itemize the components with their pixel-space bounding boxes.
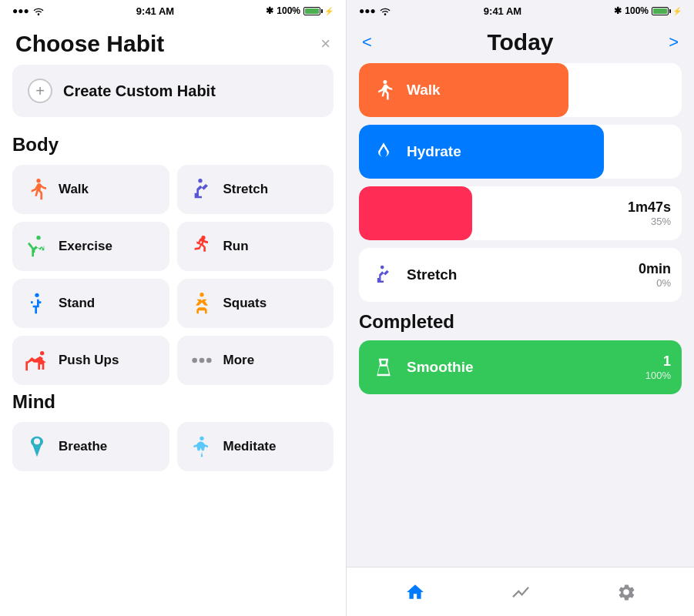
stand-icon: [23, 290, 51, 317]
habit-card-squats[interactable]: Squats: [177, 279, 334, 328]
hydrate-value: 50oz: [640, 138, 671, 154]
left-status-signal: ●●●: [12, 5, 45, 16]
walk-value: 5,860: [636, 76, 671, 92]
prev-day-button[interactable]: <: [362, 32, 372, 52]
walk-bar-stats: 5,860 65%: [636, 76, 671, 104]
hydrate-pct: 76%: [640, 154, 671, 166]
habit-card-breathe[interactable]: Breathe: [12, 422, 169, 471]
left-status-time: 9:41 AM: [136, 5, 174, 17]
walk-bar-content: Walk 5,860 65%: [359, 76, 682, 104]
today-habit-relax[interactable]: Relax 1m47s 35%: [359, 186, 682, 240]
body-section-title: Body: [12, 134, 334, 156]
right-status-battery: ✱ 100% ⚡: [614, 5, 682, 16]
breathe-label: Breathe: [59, 439, 107, 454]
stretch-bar-name: Stretch: [407, 266, 629, 283]
run-icon: [188, 233, 216, 260]
hydrate-bar-content: Hydrate 50oz 76%: [359, 138, 682, 166]
habit-card-more[interactable]: More: [177, 336, 334, 385]
right-status-bar: ●●● 9:41 AM ✱ 100% ⚡: [347, 0, 694, 22]
smoothie-stats: 1 100%: [645, 353, 671, 381]
smoothie-name: Smoothie: [407, 359, 636, 376]
habit-card-stand[interactable]: Stand: [12, 279, 169, 328]
left-header: Choose Habit ×: [0, 22, 346, 65]
pushups-icon: [23, 346, 51, 374]
stretch-icon: [188, 176, 216, 203]
bluetooth-icon: ✱: [266, 5, 273, 16]
habit-card-meditate[interactable]: Meditate: [177, 422, 334, 471]
habit-card-run[interactable]: Run: [177, 222, 334, 271]
right-title: Today: [487, 29, 553, 55]
meditate-label: Meditate: [223, 439, 277, 454]
today-habit-walk[interactable]: Walk 5,860 65%: [359, 63, 682, 117]
today-habit-stretch[interactable]: Stretch 0min 0%: [359, 248, 682, 302]
breathe-icon: [23, 433, 51, 460]
left-status-battery: ✱ 100% ⚡: [266, 5, 334, 16]
relax-bar-name: Relax: [407, 205, 619, 222]
settings-icon: [616, 582, 636, 602]
create-custom-label: Create Custom Habit: [63, 82, 216, 100]
stretch-bar-stats: 0min 0%: [639, 261, 671, 289]
right-content: Walk 5,860 65% Hydrate 50oz 76%: [347, 63, 694, 567]
right-panel: ●●● 9:41 AM ✱ 100% ⚡ < Today >: [347, 0, 694, 616]
mind-habit-grid: Breathe Meditate: [12, 422, 334, 471]
meditate-icon: [188, 433, 216, 460]
relax-pct: 35%: [628, 216, 671, 227]
svg-point-4: [199, 358, 204, 363]
left-panel: ●●● 9:41 AM ✱ 100% ⚡ Choose Habit × +: [0, 0, 347, 616]
stand-label: Stand: [59, 296, 95, 311]
close-button[interactable]: ×: [320, 34, 330, 54]
trends-icon: [511, 582, 531, 602]
run-label: Run: [223, 239, 249, 254]
relax-bar-stats: 1m47s 35%: [628, 199, 671, 227]
nav-settings[interactable]: [616, 582, 636, 602]
wifi-icon: [32, 6, 45, 15]
create-custom-icon: +: [28, 79, 52, 103]
walk-icon: [23, 176, 51, 203]
right-status-signal: ●●●: [359, 5, 391, 16]
left-content: + Create Custom Habit Body Walk Stretch: [0, 65, 346, 616]
battery-icon-left: ⚡: [303, 7, 334, 15]
today-habit-hydrate[interactable]: Hydrate 50oz 76%: [359, 125, 682, 179]
nav-home[interactable]: [405, 582, 425, 602]
habit-card-walk[interactable]: Walk: [12, 165, 169, 214]
completed-title: Completed: [359, 311, 682, 333]
more-label: More: [223, 353, 255, 368]
relax-value: 1m47s: [628, 199, 671, 216]
create-custom-habit-button[interactable]: + Create Custom Habit: [12, 65, 334, 117]
habit-card-stretch[interactable]: Stretch: [177, 165, 334, 214]
nav-trends[interactable]: [511, 582, 531, 602]
stretch-bar-content: Stretch 0min 0%: [359, 261, 682, 289]
right-bluetooth-icon: ✱: [614, 5, 622, 16]
right-status-time: 9:41 AM: [484, 5, 521, 17]
svg-point-0: [35, 293, 39, 297]
svg-point-1: [199, 293, 203, 296]
smoothie-pct: 100%: [645, 370, 671, 381]
habit-card-pushups[interactable]: Push Ups: [12, 336, 169, 385]
smoothie-value: 1: [645, 353, 671, 370]
walk-label: Walk: [59, 182, 89, 197]
hydrate-bar-icon: [370, 138, 397, 166]
svg-point-2: [40, 351, 44, 355]
hydrate-bar-name: Hydrate: [407, 143, 631, 160]
stretch-label: Stretch: [223, 182, 269, 197]
right-wifi-icon: [379, 6, 391, 15]
walk-bar-icon: [370, 76, 397, 104]
pushups-label: Push Ups: [59, 353, 119, 368]
hydrate-bar-stats: 50oz 76%: [640, 138, 671, 166]
right-battery-pct: 100%: [625, 5, 649, 16]
bottom-nav: [347, 567, 694, 616]
stretch-bar-icon: [370, 261, 397, 289]
stretch-pct: 0%: [639, 277, 671, 289]
left-title: Choose Habit: [15, 31, 164, 57]
squats-icon: [188, 290, 216, 317]
mind-section-title: Mind: [12, 391, 334, 413]
walk-pct: 65%: [636, 92, 671, 104]
habit-card-exercise[interactable]: Exercise: [12, 222, 169, 271]
right-battery-icon: ⚡: [652, 7, 682, 15]
next-day-button[interactable]: >: [669, 32, 679, 52]
more-icon: [188, 346, 216, 374]
completed-smoothie[interactable]: Smoothie 1 100%: [359, 340, 682, 394]
svg-point-5: [206, 358, 212, 363]
left-status-bar: ●●● 9:41 AM ✱ 100% ⚡: [0, 0, 346, 22]
squats-label: Squats: [223, 296, 267, 311]
